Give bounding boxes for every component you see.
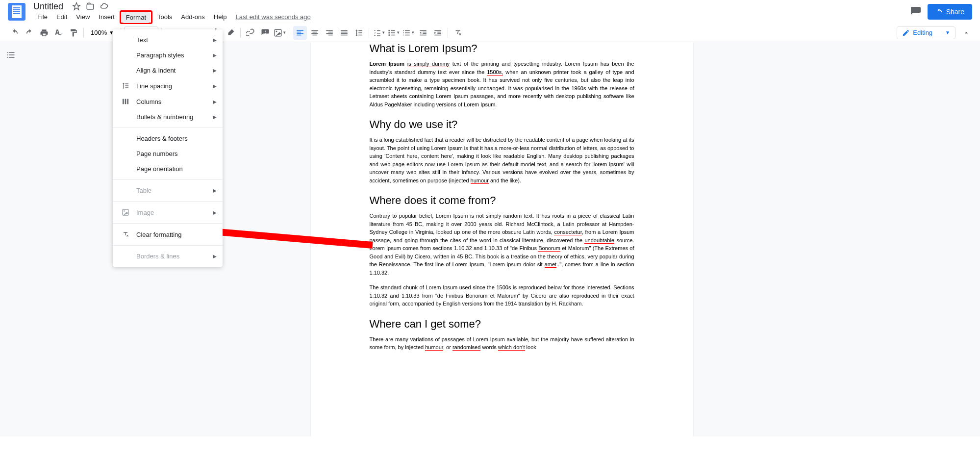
highlight-button[interactable] bbox=[224, 26, 237, 40]
dropdown-line-spacing[interactable]: Line spacing▶ bbox=[113, 78, 223, 94]
document-title[interactable]: Untitled bbox=[33, 1, 63, 12]
spellcheck-button[interactable] bbox=[52, 26, 66, 40]
menu-addons[interactable]: Add-ons bbox=[177, 11, 208, 23]
undo-button[interactable] bbox=[8, 26, 22, 40]
menu-help[interactable]: Help bbox=[210, 11, 231, 23]
menu-format[interactable]: Format bbox=[122, 12, 150, 23]
dropdown-borders-lines: Borders & lines▶ bbox=[113, 249, 223, 264]
format-highlight-annotation: Format bbox=[120, 10, 152, 24]
insert-comment-button[interactable] bbox=[258, 26, 272, 40]
svg-rect-0 bbox=[87, 4, 94, 10]
increase-indent-button[interactable] bbox=[431, 26, 445, 40]
menu-insert[interactable]: Insert bbox=[95, 11, 119, 23]
heading-4: Where can I get some? bbox=[370, 318, 634, 331]
dropdown-paragraph-styles[interactable]: Paragraph styles▶ bbox=[113, 48, 223, 63]
numbered-list-button[interactable]: ▼ bbox=[402, 26, 415, 40]
svg-point-4 bbox=[388, 32, 390, 33]
menubar: File Edit View Insert Format Tools Add-o… bbox=[33, 12, 311, 23]
dropdown-columns[interactable]: Columns▶ bbox=[113, 94, 223, 109]
clear-formatting-button[interactable] bbox=[451, 26, 465, 40]
align-right-button[interactable] bbox=[323, 26, 336, 40]
paragraph-1: Lorem Ipsum is simply dummy text of the … bbox=[370, 60, 634, 108]
insert-link-button[interactable] bbox=[244, 26, 257, 40]
menu-edit[interactable]: Edit bbox=[52, 11, 71, 23]
line-spacing-button[interactable] bbox=[352, 26, 366, 40]
document-page[interactable]: What is Lorem Ipsum? Lorem Ipsum is simp… bbox=[311, 42, 693, 436]
align-justify-button[interactable] bbox=[337, 26, 351, 40]
heading-1: What is Lorem Ipsum? bbox=[370, 42, 634, 55]
insert-image-button[interactable]: ▼ bbox=[273, 26, 287, 40]
columns-icon bbox=[121, 98, 130, 105]
svg-rect-7 bbox=[125, 99, 126, 104]
svg-rect-8 bbox=[127, 99, 128, 104]
dropdown-bullets-numbering[interactable]: Bullets & numbering▶ bbox=[113, 109, 223, 125]
menu-file[interactable]: File bbox=[33, 11, 51, 23]
paint-format-button[interactable] bbox=[67, 26, 80, 40]
dropdown-image: Image▶ bbox=[113, 204, 223, 220]
align-center-button[interactable] bbox=[308, 26, 322, 40]
cloud-status-icon[interactable] bbox=[100, 2, 108, 11]
star-icon[interactable] bbox=[72, 2, 81, 11]
line-spacing-icon bbox=[121, 82, 130, 90]
dropdown-page-numbers[interactable]: Page numbers bbox=[113, 146, 223, 161]
heading-3: Where does it come from? bbox=[370, 194, 634, 207]
dropdown-text[interactable]: Text▶ bbox=[113, 32, 223, 48]
format-dropdown: Text▶ Paragraph styles▶ Align & indent▶ … bbox=[113, 29, 223, 267]
editing-mode-select[interactable]: Editing ▼ bbox=[897, 26, 955, 39]
bulleted-list-button[interactable]: ▼ bbox=[387, 26, 401, 40]
paragraph-3: Contrary to popular belief, Lorem Ipsum … bbox=[370, 212, 634, 277]
svg-point-5 bbox=[388, 34, 390, 36]
last-edit-link[interactable]: Last edit was seconds ago bbox=[236, 13, 311, 21]
print-button[interactable] bbox=[37, 26, 51, 40]
hide-menus-button[interactable] bbox=[960, 27, 972, 39]
comments-icon[interactable] bbox=[910, 6, 922, 18]
clear-format-icon bbox=[121, 230, 130, 238]
menu-view[interactable]: View bbox=[72, 11, 94, 23]
paragraph-4: The standard chunk of Lorem Ipsum used s… bbox=[370, 283, 634, 308]
dropdown-align-indent[interactable]: Align & indent▶ bbox=[113, 63, 223, 78]
svg-point-10 bbox=[124, 210, 125, 212]
svg-point-2 bbox=[276, 30, 277, 32]
share-button[interactable]: Share bbox=[928, 4, 972, 20]
paragraph-2: It is a long established fact that a rea… bbox=[370, 136, 634, 184]
heading-2: Why do we use it? bbox=[370, 118, 634, 131]
move-icon[interactable] bbox=[86, 2, 95, 11]
outline-icon[interactable] bbox=[6, 50, 18, 62]
dropdown-clear-formatting[interactable]: Clear formatting bbox=[113, 227, 223, 242]
dropdown-headers-footers[interactable]: Headers & footers bbox=[113, 131, 223, 146]
app-header: Untitled File Edit View Insert Format To… bbox=[0, 0, 980, 24]
svg-point-3 bbox=[388, 30, 390, 31]
menu-tools[interactable]: Tools bbox=[153, 11, 176, 23]
image-icon bbox=[121, 208, 130, 216]
decrease-indent-button[interactable] bbox=[416, 26, 430, 40]
share-label: Share bbox=[946, 8, 964, 16]
docs-logo-icon[interactable] bbox=[8, 3, 25, 21]
paragraph-5: There are many variations of passages of… bbox=[370, 335, 634, 352]
checklist-button[interactable]: ▼ bbox=[372, 26, 386, 40]
redo-button[interactable] bbox=[23, 26, 36, 40]
svg-rect-6 bbox=[123, 99, 124, 104]
dropdown-table: Table▶ bbox=[113, 183, 223, 198]
dropdown-page-orientation[interactable]: Page orientation bbox=[113, 161, 223, 177]
align-left-button[interactable] bbox=[293, 26, 307, 40]
